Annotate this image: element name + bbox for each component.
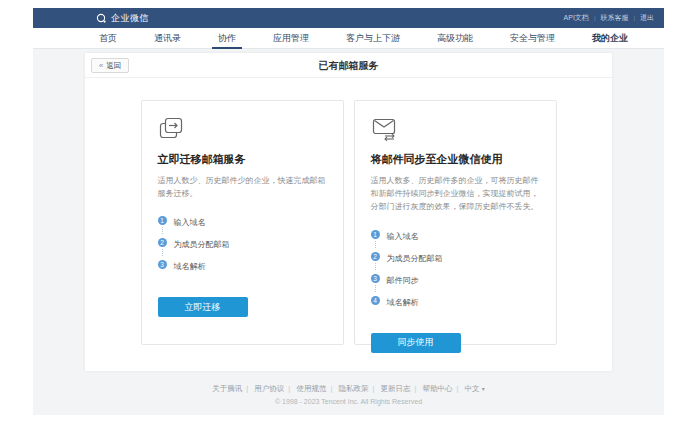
divider: | — [330, 384, 332, 393]
card-title: 立即迁移邮箱服务 — [158, 152, 327, 167]
migrate-now-button[interactable]: 立即迁移 — [158, 297, 248, 317]
main-nav: 首页 通讯录 协作 应用管理 客户与上下游 高级功能 安全与管理 我的企业 — [33, 28, 664, 49]
top-bar: 企业微信 API文档 | 联系客服 | 退出 — [33, 8, 664, 28]
tab-security-management[interactable]: 安全与管理 — [510, 28, 555, 49]
caret-down-icon: ▾ — [482, 386, 485, 392]
sync-use-button[interactable]: 同步使用 — [371, 333, 461, 353]
step-item: 2 为成员分配邮箱 — [371, 251, 540, 273]
migrate-mailbox-icon — [158, 116, 327, 141]
language-selector[interactable]: 中文 ▾ — [465, 384, 485, 393]
card-description: 适用人数多、历史邮件多的企业，可将历史邮件和新邮件持续同步到企业微信，实现提前试… — [371, 174, 540, 214]
step-label: 为成员分配邮箱 — [387, 254, 443, 263]
sync-mail-card: 将邮件同步至企业微信使用 适用人数多、历史邮件多的企业，可将历史邮件和新邮件持续… — [354, 100, 557, 345]
api-docs-link[interactable]: API文档 — [564, 13, 589, 23]
logout-link[interactable]: 退出 — [640, 13, 654, 23]
step-number-badge: 2 — [158, 238, 167, 247]
step-label: 邮件同步 — [387, 276, 419, 285]
step-number-badge: 1 — [158, 216, 167, 225]
divider: | — [372, 384, 374, 393]
step-label: 输入域名 — [387, 232, 419, 241]
step-item: 2 为成员分配邮箱 — [158, 237, 327, 259]
option-cards: 立即迁移邮箱服务 适用人数少、历史邮件少的企业，快速完成邮箱服务迁移。 1 输入… — [85, 100, 612, 345]
divider: | — [414, 384, 416, 393]
back-button[interactable]: «返回 — [91, 58, 129, 73]
contact-support-link[interactable]: 联系客服 — [600, 13, 628, 23]
step-item: 1 输入域名 — [371, 229, 540, 251]
chevron-left-icon: « — [99, 61, 103, 70]
language-label: 中文 — [465, 384, 480, 393]
divider: | — [288, 384, 290, 393]
help-center-link[interactable]: 帮助中心 — [423, 384, 453, 393]
step-item: 3 邮件同步 — [371, 273, 540, 295]
user-agreement-link[interactable]: 用户协议 — [254, 384, 284, 393]
copyright-text: © 1998 - 2023 Tencent Inc. All Rights Re… — [33, 398, 664, 405]
step-number-badge: 1 — [371, 230, 380, 239]
footer-links: 关于腾讯| 用户协议| 使用规范| 隐私政策| 更新日志| 帮助中心| 中文 ▾ — [33, 384, 664, 394]
step-label: 为成员分配邮箱 — [174, 240, 230, 249]
tab-contacts[interactable]: 通讯录 — [154, 28, 181, 49]
mail-service-panel: «返回 已有邮箱服务 立即迁移邮箱服务 适 — [85, 53, 612, 371]
card-description: 适用人数少、历史邮件少的企业，快速完成邮箱服务迁移。 — [158, 174, 327, 200]
step-number-badge: 3 — [158, 260, 167, 269]
wecom-logo[interactable]: 企业微信 — [96, 12, 149, 25]
steps-list: 1 输入域名 2 为成员分配邮箱 3 邮件同步 4 — [371, 229, 540, 317]
back-button-label: 返回 — [106, 61, 121, 70]
panel-header: «返回 已有邮箱服务 — [85, 53, 612, 78]
tab-app-management[interactable]: 应用管理 — [273, 28, 309, 49]
tab-home[interactable]: 首页 — [99, 28, 117, 49]
logo-text: 企业微信 — [111, 12, 149, 25]
tab-customers[interactable]: 客户与上下游 — [346, 28, 400, 49]
page-footer: 关于腾讯| 用户协议| 使用规范| 隐私政策| 更新日志| 帮助中心| 中文 ▾… — [33, 384, 664, 405]
step-label: 域名解析 — [387, 298, 419, 307]
step-number-badge: 4 — [371, 296, 380, 305]
step-label: 输入域名 — [174, 218, 206, 227]
divider: | — [633, 15, 635, 21]
page-title: 已有邮箱服务 — [85, 53, 612, 78]
divider: | — [246, 384, 248, 393]
migrate-mailbox-card: 立即迁移邮箱服务 适用人数少、历史邮件少的企业，快速完成邮箱服务迁移。 1 输入… — [141, 100, 344, 345]
content-area: «返回 已有邮箱服务 立即迁移邮箱服务 适 — [33, 49, 664, 421]
changelog-link[interactable]: 更新日志 — [380, 384, 410, 393]
wecom-logo-icon — [96, 13, 111, 24]
step-item: 1 输入域名 — [158, 215, 327, 237]
app-window: 企业微信 API文档 | 联系客服 | 退出 首页 通讯录 协作 应用管理 客户… — [33, 8, 664, 415]
tab-my-company[interactable]: 我的企业 — [592, 28, 628, 49]
step-number-badge: 2 — [371, 252, 380, 261]
steps-list: 1 输入域名 2 为成员分配邮箱 3 域名解析 — [158, 215, 327, 281]
topbar-links: API文档 | 联系客服 | 退出 — [564, 13, 654, 23]
about-tencent-link[interactable]: 关于腾讯 — [212, 384, 242, 393]
divider: | — [594, 15, 596, 21]
step-item: 3 域名解析 — [158, 259, 327, 281]
usage-rules-link[interactable]: 使用规范 — [296, 384, 326, 393]
sync-mail-icon — [371, 116, 540, 141]
step-item: 4 域名解析 — [371, 295, 540, 317]
step-number-badge: 3 — [371, 274, 380, 283]
privacy-policy-link[interactable]: 隐私政策 — [338, 384, 368, 393]
tab-advanced-features[interactable]: 高级功能 — [437, 28, 473, 49]
card-title: 将邮件同步至企业微信使用 — [371, 152, 540, 167]
divider: | — [457, 384, 459, 393]
tab-collaboration[interactable]: 协作 — [218, 28, 236, 49]
step-label: 域名解析 — [174, 262, 206, 271]
